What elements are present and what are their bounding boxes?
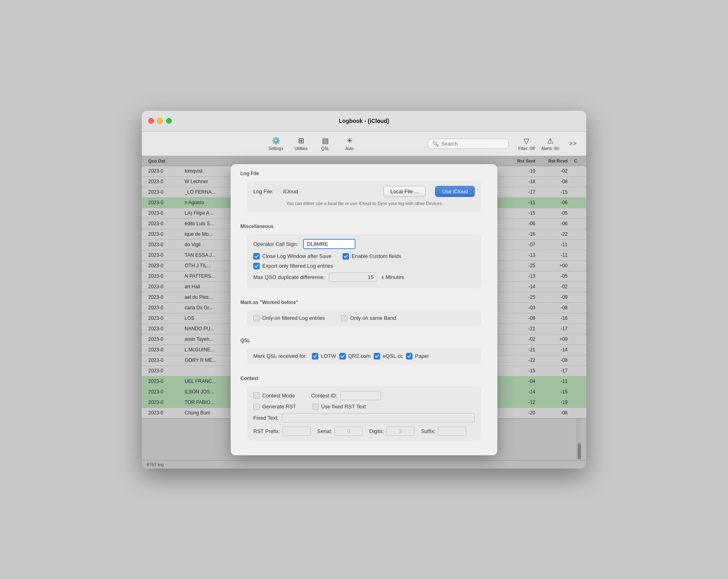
titlebar: Logbook - (iCloud) (142, 111, 586, 132)
generate-rst-checkbox-item[interactable]: Generate RST (253, 404, 296, 410)
qsl-button[interactable]: ▤ QSL (314, 135, 337, 152)
maximize-button[interactable] (166, 118, 172, 124)
fixed-text-label: Fixed Text: (253, 415, 279, 421)
only-same-band-checkbox-item[interactable]: Only on same Band (341, 315, 396, 321)
max-qso-row: Max QSO duplicate difference: ± Minutes (253, 273, 475, 282)
worked-before-title: Mark as "Worked before" (240, 300, 488, 305)
export-filtered-checkbox[interactable] (253, 263, 260, 269)
utilities-label: Utilities (295, 146, 307, 151)
qrz-checkbox[interactable] (339, 353, 346, 359)
filter-button[interactable]: ▽ Filter: Off (518, 137, 535, 151)
auto-label: Auto (345, 146, 354, 151)
fixed-rst-label: Use fixed RST Text (321, 404, 366, 410)
checkmark-icon-3 (255, 264, 259, 268)
max-qso-unit: ± Minutes (381, 274, 404, 280)
contest-title: Contest (240, 376, 488, 381)
serial-input[interactable] (335, 427, 363, 436)
eqsl-checkbox[interactable] (374, 353, 380, 359)
lotw-checkbox-item[interactable]: LOTW (312, 353, 336, 359)
only-filtered-checkbox-item[interactable]: Only on filtered Log entries (253, 315, 325, 321)
misc-bg: Operator Call Sign: Close Log Windo (247, 234, 481, 288)
digits-input[interactable] (386, 427, 414, 436)
utilities-icon: ⊞ (298, 136, 304, 145)
modal-overlay: Log File Log File: iCloud Local File ...… (142, 156, 586, 469)
only-same-band-checkbox[interactable] (341, 315, 347, 321)
close-log-label: Close Log Window after Save (262, 253, 331, 259)
suffix-group: Suffix: (421, 427, 466, 436)
search-input[interactable] (441, 141, 504, 147)
utilities-button[interactable]: ⊞ Utilities (290, 135, 312, 152)
checkmark-icon-5 (341, 355, 345, 358)
enable-custom-checkbox[interactable] (343, 253, 349, 260)
rst-prefix-input[interactable] (282, 427, 311, 436)
alerts-label: Alerts: On (541, 146, 559, 151)
checkmark-icon-6 (375, 355, 379, 358)
use-icloud-button[interactable]: Use iCloud (435, 186, 475, 197)
toolbar: ⚙️ Settings ⊞ Utilities ▤ QSL ✳ Auto 🔍 ▽ (142, 132, 586, 156)
misc-section: Miscellaneous Operator Call Sign: (231, 217, 497, 293)
auto-button[interactable]: ✳ Auto (338, 135, 361, 152)
close-log-checkbox-item[interactable]: Close Log Window after Save (253, 253, 331, 260)
lotw-checkbox[interactable] (312, 353, 318, 359)
close-log-checkbox[interactable] (253, 253, 260, 260)
search-box[interactable]: 🔍 (428, 139, 509, 149)
qrz-checkbox-item[interactable]: QRZ.com (339, 353, 371, 359)
eqsl-checkbox-item[interactable]: eQSL.cc (374, 353, 403, 359)
filter-icon: ▽ (524, 137, 529, 146)
only-same-band-label: Only on same Band (350, 315, 396, 321)
qsl-section: QSL Mark QSL received for: LOTW (231, 331, 497, 369)
contest-row-1: Contest Mode Contest ID: (253, 391, 475, 400)
contest-section: Contest Contest Mode Contest ID: (231, 369, 497, 446)
qsl-bg: Mark QSL received for: LOTW (247, 348, 481, 364)
checkmark-icon-4 (313, 355, 317, 358)
only-filtered-label: Only on filtered Log entries (262, 315, 325, 321)
operator-call-input[interactable] (303, 239, 356, 249)
toolbar-right: ▽ Filter: Off ⚠ Alerts: On >> (518, 137, 580, 151)
paper-checkbox-item[interactable]: Paper (406, 353, 429, 359)
log-file-bg: Log File: iCloud Local File ... Use iClo… (247, 181, 481, 212)
mark-qsl-label: Mark QSL received for: (253, 353, 307, 359)
export-filtered-checkbox-item[interactable]: Export only filtered Log entries (253, 263, 333, 269)
max-qso-label: Max QSO duplicate difference: (253, 274, 325, 280)
log-file-row: Log File: iCloud Local File ... Use iClo… (253, 186, 475, 197)
contest-id-label: Contest ID: (311, 393, 337, 399)
checkmark-icon-7 (407, 355, 411, 358)
main-content: Qso Dat Rst Sent Rst Rcvd C 2023-0 lomqv… (142, 156, 586, 469)
window-title: Logbook - (iCloud) (339, 118, 389, 124)
enable-custom-checkbox-item[interactable]: Enable Custom fields (343, 253, 401, 260)
log-file-value: iCloud (283, 188, 298, 194)
log-file-label: Log File: (253, 188, 274, 194)
paper-label: Paper (415, 353, 429, 359)
close-button[interactable] (148, 118, 154, 124)
eqsl-label: eQSL.cc (383, 353, 403, 359)
alerts-icon: ⚠ (547, 137, 553, 146)
fixed-rst-checkbox-item[interactable]: Use fixed RST Text (312, 404, 366, 410)
fixed-text-input[interactable] (282, 413, 475, 423)
search-icon: 🔍 (432, 141, 439, 147)
log-file-title: Log File (240, 171, 488, 176)
contest-mode-checkbox[interactable] (253, 392, 260, 399)
only-filtered-checkbox[interactable] (253, 315, 260, 321)
suffix-label: Suffix: (421, 428, 436, 434)
generate-rst-checkbox[interactable] (253, 404, 260, 410)
filter-label: Filter: Off (518, 146, 535, 151)
qsl-title: QSL (240, 338, 488, 343)
checkmark-icon (255, 255, 259, 258)
worked-before-section: Mark as "Worked before" Only on filtered… (231, 293, 497, 331)
worked-before-bg: Only on filtered Log entries Only on sam… (247, 310, 481, 326)
rst-prefix-group: RST Prefix: (253, 427, 311, 436)
contest-id-input[interactable] (341, 391, 381, 400)
fixed-rst-checkbox[interactable] (312, 404, 319, 410)
alerts-button[interactable]: ⚠ Alerts: On (541, 137, 559, 151)
contest-mode-checkbox-item[interactable]: Contest Mode (253, 392, 295, 399)
suffix-input[interactable] (438, 427, 466, 436)
contest-mode-label: Contest Mode (262, 393, 295, 399)
paper-checkbox[interactable] (406, 353, 412, 359)
more-button[interactable]: >> (566, 138, 580, 149)
local-file-button[interactable]: Local File ... (383, 186, 425, 197)
serial-group: Serial: (317, 427, 363, 436)
max-qso-input[interactable] (329, 273, 377, 282)
minimize-button[interactable] (157, 118, 163, 124)
rst-row: RST Prefix: Serial: Digits: (253, 427, 475, 436)
settings-button[interactable]: ⚙️ Settings (264, 135, 288, 152)
